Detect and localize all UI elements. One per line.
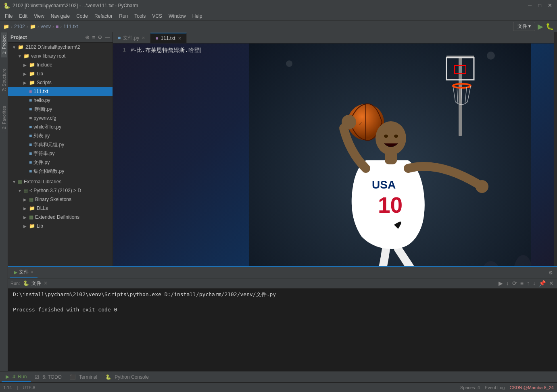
run-button[interactable]: ▶ <box>538 22 543 31</box>
menu-vcs[interactable]: VCS <box>149 11 165 21</box>
file-icon-111txt: ■ <box>29 89 32 94</box>
menu-window[interactable]: Window <box>165 11 189 21</box>
minimize-button[interactable]: ─ <box>526 2 533 8</box>
run-rerun-btn[interactable]: ⟳ <box>511 279 518 287</box>
tree-item-lib[interactable]: ▶ 📁 Lib <box>8 69 113 78</box>
nav-tab-todo[interactable]: ☑ 6: TODO <box>31 372 66 382</box>
project-title: Project <box>10 35 27 40</box>
sidebar-tab-structure[interactable]: 7: Structure <box>1 65 7 95</box>
arrow-extlibs: ▼ <box>12 180 18 184</box>
bottom-settings-icon[interactable]: ⚙ <box>546 270 555 276</box>
tree-item-venv[interactable]: ▼ 📁 venv library root <box>8 52 113 60</box>
nav-tab-run[interactable]: ▶ 4: Run <box>2 372 31 382</box>
tree-item-scripts[interactable]: ▶ 📁 Scripts <box>8 78 113 87</box>
file-tree: ▼ 📁 2102 D:\install\pycharm\2 ▼ 📁 venv l… <box>8 43 113 266</box>
bottom-tab-run[interactable]: ▶ 文件 ✕ <box>10 268 38 278</box>
tree-label-binarysk: Binary Skeletons <box>35 197 113 202</box>
tree-item-filepy[interactable]: ■ 文件.py <box>8 158 113 167</box>
nav-tab-terminal[interactable]: ⬛ Terminal <box>66 372 101 382</box>
status-separator1: | <box>17 385 18 390</box>
sidebar-tab-project[interactable]: 1: Project <box>1 32 7 57</box>
arrow-root: ▼ <box>12 45 18 50</box>
tree-item-dlls[interactable]: ▶ 📁 DLLs <box>8 204 113 213</box>
menu-refactor[interactable]: Refactor <box>91 11 116 21</box>
tree-item-extdefs[interactable]: ▶ ▦ Extended Definitions <box>8 213 113 222</box>
file-dropdown-button[interactable]: 文件 ▾ <box>513 22 535 31</box>
tree-item-include[interactable]: ▶ 📁 Include <box>8 60 113 69</box>
breadcrumb-filename[interactable]: 111.txt <box>63 24 78 29</box>
run-pin-btn[interactable]: 📌 <box>538 279 547 287</box>
breadcrumb-item-1[interactable]: 2102 <box>14 24 25 29</box>
menu-view[interactable]: View <box>31 11 48 21</box>
svg-point-20 <box>476 180 488 193</box>
arrow-dict <box>23 143 29 147</box>
breadcrumb-item-venv[interactable]: venv <box>41 24 51 29</box>
tree-label-pyvenv: pyvenv.cfg <box>33 115 113 121</box>
menu-code[interactable]: Code <box>73 11 91 21</box>
tree-item-hellopy[interactable]: ■ hello.py <box>8 96 113 105</box>
nav-run-icon: ▶ <box>6 374 9 380</box>
menu-tools[interactable]: Tools <box>131 11 149 21</box>
tree-label-setfunc: 集合和函数.py <box>33 168 113 175</box>
tree-item-extlibs[interactable]: ▼ ▦ External Libraries <box>8 177 113 186</box>
menu-edit[interactable]: Edit <box>16 11 31 21</box>
run-toolbar: Run: 🐍 文件 ✕ ▶ ↓ ⟳ ≡ ↑ ↓ 📌 ✕ <box>8 278 557 288</box>
breadcrumb-item-file[interactable]: ■ <box>56 24 58 29</box>
tree-label-python37: < Python 3.7 (2102) > D <box>29 188 113 193</box>
tree-item-ifjudge[interactable]: ■ if判断.py <box>8 105 113 114</box>
run-close-btn[interactable]: ✕ <box>548 279 555 287</box>
run-options-btn[interactable]: ≡ <box>519 279 524 287</box>
menu-help[interactable]: Help <box>189 11 206 21</box>
tree-item-extlib[interactable]: ▶ 📁 Lib <box>8 222 113 230</box>
tree-item-dict[interactable]: ■ 字典和元组.py <box>8 140 113 149</box>
code-content[interactable]: 科比.布莱恩特詹姆斯.哈登 <box>131 47 200 54</box>
py-icon-hellopy: ■ <box>29 97 32 103</box>
menu-navigate[interactable]: Navigate <box>48 11 73 21</box>
tree-item-list[interactable]: ■ 列表.py <box>8 131 113 140</box>
breadcrumb-2102[interactable]: 📁 <box>3 24 9 29</box>
close-run-label[interactable]: ✕ <box>44 280 48 286</box>
menu-file[interactable]: File <box>2 11 16 21</box>
close-tab-111txt[interactable]: ✕ <box>178 36 181 41</box>
lib-icon-extdefs: ▦ <box>29 214 33 220</box>
sidebar-tab-favorites[interactable]: 2: Favorites <box>1 103 7 132</box>
breadcrumb-item-2[interactable]: 📁 <box>30 24 36 29</box>
status-event-log[interactable]: Event Log <box>485 385 505 390</box>
tree-item-setfunc[interactable]: ■ 集合和函数.py <box>8 167 113 176</box>
window-controls: ─ □ ✕ <box>526 2 554 8</box>
run-up-btn[interactable]: ↑ <box>526 279 530 287</box>
nav-tab-pyconsole[interactable]: 🐍 Python Console <box>101 372 153 382</box>
txt-file-icon: ■ <box>155 35 158 41</box>
status-encoding: UTF-8 <box>23 385 35 390</box>
settings-icon[interactable]: ⚙ <box>98 34 102 40</box>
tree-label-hellopy: hello.py <box>33 97 113 103</box>
minimize-panel-icon[interactable]: — <box>105 34 110 40</box>
svg-text:✓: ✓ <box>359 121 363 127</box>
add-icon[interactable]: ⊕ <box>85 34 90 40</box>
tree-item-pyvenv[interactable]: ■ pyvenv.cfg <box>8 114 113 122</box>
tree-item-binarysk[interactable]: ▶ ▦ Binary Skeletons <box>8 195 113 204</box>
tree-label-list: 列表.py <box>33 133 113 139</box>
menu-run[interactable]: Run <box>116 11 131 21</box>
sort-icon[interactable]: ≡ <box>92 34 95 40</box>
close-tab-filepy[interactable]: ✕ <box>142 35 145 41</box>
close-button[interactable]: ✕ <box>546 2 554 8</box>
run-play-btn[interactable]: ▶ <box>498 279 504 287</box>
line-number-1: 1 <box>113 47 126 53</box>
run-scroll-btn[interactable]: ↓ <box>505 279 510 287</box>
tab-file-py[interactable]: ■ 文件.py ✕ <box>113 33 150 43</box>
tree-item-string[interactable]: ■ 字符串.py <box>8 149 113 158</box>
tree-item-python37[interactable]: ▼ ▦ < Python 3.7 (2102) > D <box>8 186 113 195</box>
bc-sep-1: › <box>11 24 13 29</box>
nav-terminal-label: Terminal <box>79 374 97 380</box>
debug-button[interactable]: 🐛 <box>546 23 554 30</box>
tree-item-root[interactable]: ▼ 📁 2102 D:\install\pycharm\2 <box>8 43 113 52</box>
maximize-button[interactable]: □ <box>536 2 543 8</box>
tree-label-venv: venv library root <box>31 53 113 59</box>
run-down-btn[interactable]: ↓ <box>532 279 536 287</box>
tree-item-111txt[interactable]: ■ 111.txt <box>8 87 113 96</box>
tab-111-txt[interactable]: ■ 111.txt ✕ <box>150 33 186 43</box>
tree-label-lib: Lib <box>37 71 113 77</box>
tree-item-whilefor[interactable]: ■ while和for.py <box>8 122 113 131</box>
close-run-tab[interactable]: ✕ <box>30 270 33 274</box>
